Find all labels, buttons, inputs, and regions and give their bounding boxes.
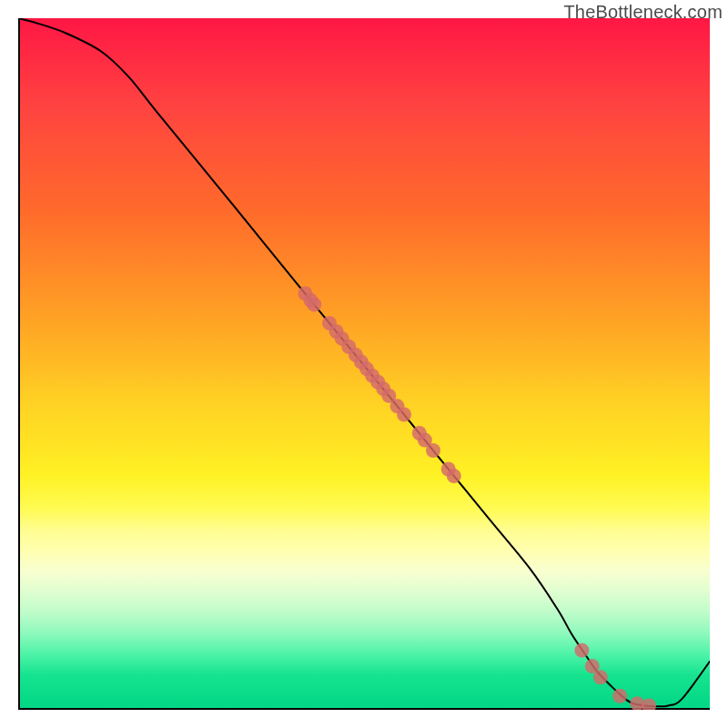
data-point bbox=[642, 698, 656, 710]
data-point bbox=[426, 443, 440, 458]
data-point bbox=[612, 689, 627, 703]
data-points bbox=[298, 286, 656, 710]
data-point bbox=[574, 643, 589, 658]
data-point bbox=[447, 469, 461, 483]
data-point bbox=[397, 407, 411, 421]
chart-canvas bbox=[18, 18, 710, 710]
watermark-text: TheBottleneck.com bbox=[563, 2, 723, 23]
data-point bbox=[593, 670, 608, 684]
data-point bbox=[307, 298, 321, 312]
